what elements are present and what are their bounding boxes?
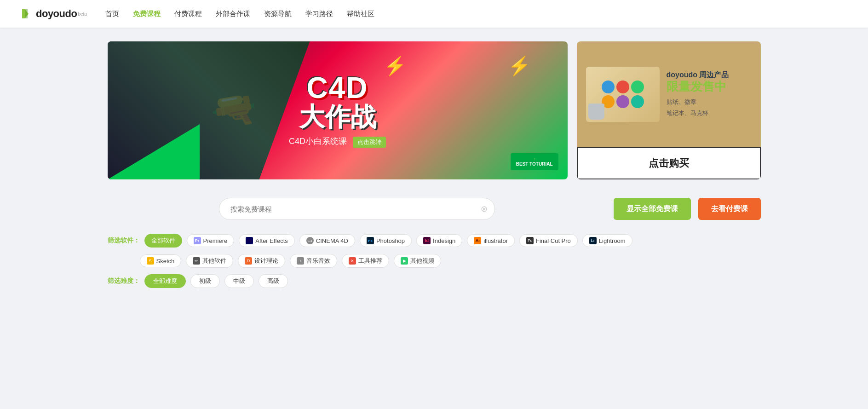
- gun-text: 🔫: [207, 85, 260, 136]
- ai-icon: Ai: [474, 237, 481, 244]
- logo-text: doyoudo: [36, 8, 77, 20]
- ae-icon: Ae: [246, 237, 253, 244]
- nav-learning-path[interactable]: 学习路径: [305, 10, 333, 18]
- show-free-button[interactable]: 显示全部免费课: [614, 198, 691, 220]
- premiere-icon: Pr: [194, 237, 201, 244]
- nav-free-courses[interactable]: 免费课程: [133, 10, 161, 18]
- difficulty-advanced[interactable]: 高级: [259, 274, 288, 288]
- software-filter-label: 筛选软件：: [108, 236, 140, 245]
- filter-tag-after-effects[interactable]: Ae After Effects: [239, 234, 295, 247]
- difficulty-filter-row: 筛选难度： 全部难度 初级 中级 高级: [108, 274, 761, 288]
- nav-community[interactable]: 帮助社区: [347, 10, 374, 18]
- main-nav: 首页 免费课程 付费课程 外部合作课 资源导航 学习路径 帮助社区: [105, 10, 374, 18]
- banner-subtitle: C4D小白系统课 点击跳转: [289, 136, 386, 148]
- nav-paid-courses[interactable]: 付费课程: [174, 10, 202, 18]
- logo-beta: beta: [78, 12, 86, 17]
- filter-tag-music[interactable]: ♪ 音乐音效: [290, 254, 337, 268]
- filter-tag-indesign[interactable]: Id Indesign: [416, 234, 462, 247]
- filter-tag-sketch[interactable]: S Sketch: [140, 254, 182, 267]
- product-description: 贴纸、徽章 笔记本、马克杯: [667, 97, 752, 118]
- tools-icon: ✕: [349, 257, 356, 265]
- banner-c4d-title: C4D: [289, 73, 386, 103]
- product-items-grid: [598, 77, 648, 112]
- filter-tag-photoshop[interactable]: Ps Photoshop: [360, 234, 412, 247]
- sidebar-ad-top: doyoudo 周边产品 限量发售中 贴纸、徽章 笔记本、马克杯: [577, 41, 761, 147]
- difficulty-beginner[interactable]: 初级: [190, 274, 220, 288]
- filter-tag-final-cut-pro[interactable]: Fc Final Cut Pro: [519, 234, 578, 247]
- difficulty-all[interactable]: 全部难度: [144, 274, 186, 288]
- product-dot-5: [616, 95, 629, 108]
- filter-tag-cinema4d[interactable]: C4 CINEMA 4D: [299, 234, 355, 247]
- product-dot-2: [616, 81, 629, 93]
- buy-button[interactable]: 点击购买: [577, 147, 761, 179]
- logo-icon: [18, 6, 33, 21]
- difficulty-filter-label: 筛选难度：: [108, 277, 140, 285]
- product-preview-image: [586, 67, 660, 122]
- filter-tag-all[interactable]: 全部软件: [144, 234, 182, 248]
- product-title: 限量发售中: [667, 80, 752, 93]
- sketch-icon: S: [147, 257, 154, 265]
- banner-content: C4D 大作战 C4D小白系统课 点击跳转: [289, 73, 386, 148]
- filter-tag-other-video[interactable]: ▶ 其他视频: [394, 254, 441, 268]
- c4d-icon: C4: [306, 237, 314, 244]
- product-info: doyoudo 周边产品 限量发售中 贴纸、徽章 笔记本、马克杯: [667, 70, 752, 118]
- filter-section: 筛选软件： 全部软件 Pr Premiere Ae After Effects …: [108, 234, 761, 288]
- bg-triangle: [108, 124, 200, 179]
- product-dot-3: [631, 81, 644, 93]
- lightning-right-icon: ⚡: [508, 55, 531, 77]
- fcp-icon: Fc: [526, 237, 534, 244]
- nav-resources[interactable]: 资源导航: [264, 10, 292, 18]
- design-icon: D: [245, 257, 252, 265]
- search-section: ⊗ 显示全部免费课 去看付费课: [108, 198, 761, 220]
- product-mug-icon: [588, 104, 604, 120]
- other-software-icon: ✏: [193, 257, 200, 265]
- software-filter-row1: 筛选软件： 全部软件 Pr Premiere Ae After Effects …: [108, 234, 761, 248]
- banner-tag[interactable]: 点击跳转: [353, 137, 386, 148]
- ps-icon: Ps: [367, 237, 374, 244]
- logo-area[interactable]: doyoudo beta: [18, 6, 87, 21]
- best-badge: ↑ BEST TOTURIAL: [511, 153, 558, 170]
- id-icon: Id: [423, 237, 431, 244]
- software-filter-row2: S Sketch ✏ 其他软件 D 设计理论 ♪ 音乐音效 ✕ 工具推荐 ▶ 其…: [140, 254, 761, 268]
- banner-chinese-title: 大作战: [289, 103, 386, 131]
- search-input[interactable]: [219, 198, 495, 220]
- product-dot-1: [602, 81, 615, 93]
- nav-partner-courses[interactable]: 外部合作课: [216, 10, 250, 18]
- video-icon: ▶: [401, 257, 408, 265]
- search-box: ⊗: [219, 198, 495, 220]
- search-clear-icon[interactable]: ⊗: [481, 204, 488, 214]
- banner-section: 🔫 ⚡ ⚡ C4D 大作战 C4D小白系统课 点击跳转 ↑ BEST TOTUR…: [108, 41, 761, 179]
- show-paid-button[interactable]: 去看付费课: [698, 198, 761, 220]
- lightning-left-icon: ⚡: [384, 55, 407, 77]
- header: doyoudo beta 首页 免费课程 付费课程 外部合作课 资源导航 学习路…: [0, 0, 868, 28]
- product-brand: doyoudo 周边产品: [667, 70, 752, 80]
- lr-icon: Lr: [589, 237, 597, 244]
- nav-home[interactable]: 首页: [105, 10, 119, 18]
- filter-tag-illustrator[interactable]: Ai illustrator: [467, 234, 515, 247]
- product-dot-6: [631, 95, 644, 108]
- banner-left[interactable]: 🔫 ⚡ ⚡ C4D 大作战 C4D小白系统课 点击跳转 ↑ BEST TOTUR…: [108, 41, 568, 179]
- filter-tag-design-theory[interactable]: D 设计理论: [238, 254, 285, 268]
- sidebar-ad: doyoudo 周边产品 限量发售中 贴纸、徽章 笔记本、马克杯 点击购买: [577, 41, 761, 179]
- music-icon: ♪: [297, 257, 304, 265]
- filter-tag-premiere[interactable]: Pr Premiere: [187, 234, 235, 247]
- filter-tag-tools[interactable]: ✕ 工具推荐: [342, 254, 389, 268]
- main-content: 🔫 ⚡ ⚡ C4D 大作战 C4D小白系统课 点击跳转 ↑ BEST TOTUR…: [89, 28, 779, 311]
- filter-tag-lightroom[interactable]: Lr Lightroom: [582, 234, 632, 247]
- difficulty-intermediate[interactable]: 中级: [224, 274, 254, 288]
- filter-tag-other-software[interactable]: ✏ 其他软件: [186, 254, 233, 268]
